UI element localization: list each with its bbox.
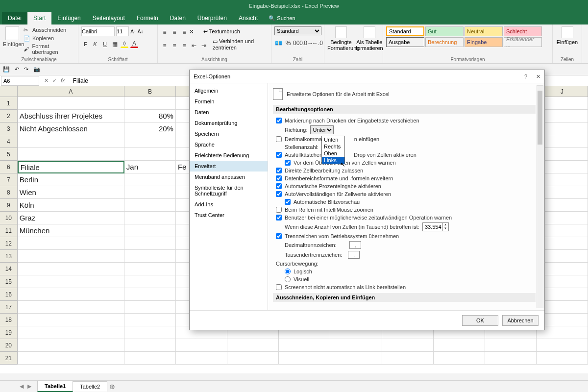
- nav-erweitert[interactable]: Erweitert: [190, 161, 268, 172]
- style-berechnung[interactable]: Berechnung: [425, 37, 464, 47]
- cell-B16[interactable]: [124, 288, 176, 301]
- cell-B18[interactable]: [124, 314, 176, 326]
- cell-A9[interactable]: Köln: [18, 199, 124, 212]
- sheet-tab-2[interactable]: Tabelle2: [73, 381, 107, 392]
- merge-center-button[interactable]: ▭ Verbinden und zentrieren: [213, 38, 268, 50]
- row-header-10[interactable]: 10: [0, 212, 18, 224]
- cell-A2[interactable]: Abschluss ihrer Projektes: [18, 110, 124, 122]
- cell-F20[interactable]: [330, 339, 382, 352]
- cell-A13[interactable]: [18, 250, 124, 263]
- chk-trennzeichen[interactable]: [276, 233, 282, 239]
- cell-A16[interactable]: [18, 288, 124, 301]
- radio-logisch[interactable]: [285, 269, 291, 274]
- nav-formeln[interactable]: Formeln: [190, 96, 268, 107]
- redo-icon[interactable]: ↷: [24, 66, 28, 73]
- cancel-button[interactable]: Abbrechen: [502, 315, 539, 326]
- cell-A14[interactable]: [18, 263, 124, 275]
- font-size-input[interactable]: [116, 26, 129, 36]
- bold-button[interactable]: F: [81, 40, 89, 48]
- row-header-15[interactable]: 15: [0, 275, 18, 288]
- fill-color-button[interactable]: ◊: [121, 40, 128, 48]
- row-header-17[interactable]: 17: [0, 301, 18, 314]
- style-ausgabe[interactable]: Ausgabe: [386, 37, 424, 47]
- align-left-icon[interactable]: ≡: [161, 42, 169, 49]
- number-format-select[interactable]: Standard: [274, 26, 321, 35]
- dropdown-option-unten[interactable]: Unten: [322, 136, 344, 143]
- tab-ansicht[interactable]: Ansicht: [233, 12, 264, 24]
- undo-icon[interactable]: ↶: [15, 66, 19, 73]
- row-header-8[interactable]: 8: [0, 186, 18, 199]
- cancel-formula-icon[interactable]: ✕: [44, 77, 49, 84]
- cell-A20[interactable]: [18, 339, 124, 352]
- nav-symbolleiste[interactable]: Symbolleiste für den Schnellzugriff: [190, 182, 268, 199]
- font-color-button[interactable]: A: [130, 40, 138, 48]
- richtung-dropdown[interactable]: Unten Rechts Oben Links: [321, 136, 345, 164]
- cell-B11[interactable]: [124, 224, 176, 237]
- select-all-corner[interactable]: [0, 86, 18, 97]
- cell-B8[interactable]: [124, 186, 176, 199]
- cell-B2[interactable]: 80%: [124, 110, 176, 122]
- chk-intellimouse[interactable]: [276, 207, 282, 213]
- copy-button[interactable]: 📄Kopieren: [24, 35, 75, 42]
- nav-menuband[interactable]: Menüband anpassen: [190, 172, 268, 182]
- row-header-18[interactable]: 18: [0, 314, 18, 326]
- tab-seitenlayout[interactable]: Seitenlayout: [87, 12, 131, 24]
- dec-decimal-icon[interactable]: ←.0: [314, 39, 321, 47]
- format-painter-button[interactable]: 🖌Format übertragen: [24, 43, 75, 55]
- cell-C21[interactable]: [176, 352, 227, 365]
- chk-prozent[interactable]: [276, 183, 282, 189]
- dropdown-option-oben[interactable]: Oben: [322, 150, 344, 157]
- wrap-text-button[interactable]: ↩ Textumbruch: [203, 28, 240, 35]
- cell-B12[interactable]: [124, 237, 176, 250]
- dropdown-option-links[interactable]: Links: [322, 157, 344, 164]
- save-icon[interactable]: 💾: [3, 66, 10, 73]
- align-top-icon[interactable]: ≡: [161, 28, 169, 36]
- cut-button[interactable]: ✂Ausschneiden: [24, 26, 75, 33]
- style-schlecht[interactable]: Schlecht: [504, 26, 542, 36]
- nav-sprache[interactable]: Sprache: [190, 139, 268, 150]
- nav-dokumentprufung[interactable]: Dokumentprüfung: [190, 118, 268, 128]
- cell-B3[interactable]: 20%: [124, 122, 176, 135]
- currency-icon[interactable]: 💶: [274, 39, 282, 47]
- cell-A8[interactable]: Wien: [18, 186, 124, 199]
- cell-A7[interactable]: Berlin: [18, 173, 124, 186]
- fx-icon[interactable]: fx: [61, 77, 65, 84]
- cell-B9[interactable]: [124, 199, 176, 212]
- indent-inc-icon[interactable]: ⇥: [200, 42, 208, 49]
- cell-E20[interactable]: [279, 339, 330, 352]
- format-as-table-button[interactable]: Als Tabelle formatieren: [356, 26, 383, 51]
- nav-speichern[interactable]: Speichern: [190, 128, 268, 139]
- cell-A6[interactable]: Filiale: [18, 161, 124, 173]
- percent-icon[interactable]: %: [284, 39, 292, 47]
- cell-I20[interactable]: [485, 339, 537, 352]
- content-scrollbar[interactable]: [537, 85, 543, 308]
- enter-formula-icon[interactable]: ✓: [52, 77, 57, 84]
- row-header-3[interactable]: 3: [0, 122, 18, 135]
- cell-B4[interactable]: [124, 135, 176, 148]
- tab-uberprufen[interactable]: Überprüfen: [192, 12, 233, 24]
- cell-B17[interactable]: [124, 301, 176, 314]
- nav-trust-center[interactable]: Trust Center: [190, 210, 268, 220]
- row-header-7[interactable]: 7: [0, 173, 18, 186]
- chk-datenbereich[interactable]: [276, 175, 282, 181]
- cell-D20[interactable]: [227, 339, 279, 352]
- cell-H21[interactable]: [434, 352, 485, 365]
- chk-markierung[interactable]: [276, 118, 282, 123]
- radio-visuell[interactable]: [285, 276, 291, 282]
- font-name-input[interactable]: [81, 26, 115, 36]
- cell-B10[interactable]: [124, 212, 176, 224]
- cell-B1[interactable]: [124, 97, 176, 110]
- italic-button[interactable]: K: [91, 40, 99, 48]
- align-mid-icon[interactable]: ≡: [171, 28, 178, 36]
- add-sheet-button[interactable]: ⊕: [107, 382, 118, 392]
- row-header-1[interactable]: 1: [0, 97, 18, 110]
- chk-screenshot[interactable]: [276, 284, 282, 290]
- cell-I21[interactable]: [485, 352, 537, 365]
- cell-B6[interactable]: Jan: [124, 161, 176, 173]
- conditional-formatting-button[interactable]: Bedingte Formatierung: [327, 26, 355, 51]
- cell-J21[interactable]: [537, 352, 588, 365]
- cell-A5[interactable]: [18, 148, 124, 161]
- cell-A11[interactable]: München: [18, 224, 124, 237]
- cell-A12[interactable]: [18, 237, 124, 250]
- cell-B7[interactable]: [124, 173, 176, 186]
